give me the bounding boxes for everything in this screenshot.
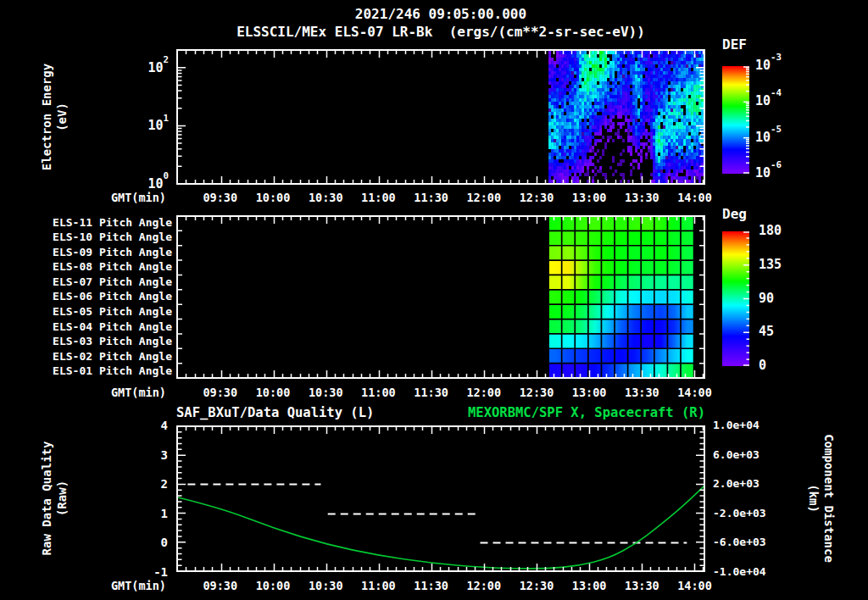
pitch-row-label: ELS-01 Pitch Angle bbox=[53, 365, 172, 377]
distance-tick-label: 6.0e+03 bbox=[713, 449, 760, 461]
energy-tick-label: 102 bbox=[147, 58, 169, 75]
time-tick-label: 09:30 bbox=[200, 580, 241, 592]
pitch-row-label: ELS-11 Pitch Angle bbox=[53, 217, 172, 229]
time-tick-label: 11:30 bbox=[411, 386, 452, 398]
time-tick-label: 12:00 bbox=[464, 386, 504, 398]
time-tick-label: 14:00 bbox=[675, 386, 715, 398]
time-tick-label: 09:30 bbox=[200, 192, 241, 203]
raw-quality-axis-title-line2: (Raw) bbox=[54, 442, 70, 556]
raw-quality-tick-label: 3 bbox=[161, 448, 168, 461]
time-tick-label: 13:30 bbox=[621, 580, 662, 592]
raw-quality-axis-title-line1: Raw Data Quality bbox=[40, 442, 55, 556]
gmt-label-top: GMT(min) bbox=[85, 192, 166, 203]
time-tick-label: 12:30 bbox=[516, 580, 557, 592]
time-tick-label: 10:00 bbox=[253, 386, 293, 398]
time-tick-label: 10:30 bbox=[305, 192, 346, 203]
time-tick-label: 12:00 bbox=[464, 192, 504, 203]
time-tick-label: 13:00 bbox=[569, 580, 609, 592]
time-tick-label: 11:00 bbox=[358, 386, 398, 398]
raw-quality-tick-label: 1 bbox=[161, 507, 168, 519]
distance-tick-label: -1.0e+04 bbox=[713, 566, 766, 578]
def-colorbar-tick-label: 10-4 bbox=[755, 92, 782, 108]
energy-tick-label: 100 bbox=[147, 175, 169, 192]
gmt-label-bottom: GMT(min) bbox=[85, 580, 166, 592]
time-tick-label: 11:00 bbox=[358, 192, 398, 203]
time-tick-label: 11:00 bbox=[358, 580, 398, 592]
raw-quality-tick-label: -1 bbox=[153, 566, 168, 579]
time-tick-label: 10:00 bbox=[253, 192, 293, 203]
pitch-row-label: ELS-09 Pitch Angle bbox=[53, 247, 172, 258]
pitch-row-label: ELS-05 Pitch Angle bbox=[53, 306, 172, 318]
distance-tick-label: 2.0e+03 bbox=[713, 478, 760, 490]
deg-colorbar-tick-label: 90 bbox=[759, 292, 774, 306]
bottom-left-series-title: SAF_BXuT/Data Quality (L) bbox=[176, 406, 374, 419]
quality-distance-plot-canvas bbox=[176, 425, 705, 572]
def-colorbar-tick-label: 10-6 bbox=[755, 164, 782, 181]
energy-axis-title-line1: Electron Energy bbox=[40, 64, 55, 170]
science-plot-page: 2021/246 09:05:00.000 ELSSCIL/MEx ELS-07… bbox=[0, 0, 868, 600]
time-tick-label: 14:00 bbox=[675, 580, 715, 592]
distance-tick-label: -2.0e+03 bbox=[713, 508, 766, 519]
distance-tick-label: -6.0e+03 bbox=[713, 537, 766, 549]
bottom-right-series-title: MEXORBMC/SPF X, Spacecraft (R) bbox=[468, 406, 705, 419]
gmt-label-middle: GMT(min) bbox=[85, 386, 166, 398]
component-distance-axis-title-line2: (km) bbox=[806, 434, 821, 563]
pitch-row-label: ELS-03 Pitch Angle bbox=[53, 336, 172, 347]
pitch-angle-grid-canvas bbox=[176, 215, 705, 379]
time-tick-label: 12:30 bbox=[516, 386, 557, 398]
time-tick-label: 14:00 bbox=[675, 192, 715, 203]
energy-tick-label: 101 bbox=[147, 117, 169, 133]
time-tick-label: 11:30 bbox=[411, 580, 452, 592]
raw-quality-tick-label: 4 bbox=[161, 419, 168, 432]
deg-colorbar-tick-label: 0 bbox=[759, 359, 766, 373]
time-tick-label: 09:30 bbox=[200, 386, 241, 398]
raw-quality-tick-label: 0 bbox=[161, 536, 168, 549]
time-tick-label: 12:30 bbox=[516, 192, 557, 203]
time-tick-label: 13:00 bbox=[569, 192, 609, 203]
time-tick-label: 10:30 bbox=[305, 386, 346, 398]
def-colorbar-tick-label: 10-5 bbox=[755, 128, 782, 144]
energy-axis-title-line2: (eV) bbox=[54, 64, 70, 170]
raw-quality-tick-label: 2 bbox=[161, 478, 168, 491]
deg-colorbar bbox=[722, 231, 749, 366]
distance-tick-label: 1.0e+04 bbox=[713, 419, 760, 431]
energy-spectrogram-canvas bbox=[176, 49, 705, 185]
pitch-row-label: ELS-08 Pitch Angle bbox=[53, 262, 172, 274]
time-tick-label: 10:00 bbox=[253, 580, 293, 592]
pitch-row-label: ELS-07 Pitch Angle bbox=[53, 276, 172, 288]
deg-colorbar-tick-label: 45 bbox=[759, 325, 774, 339]
def-colorbar-tick-label: 10-3 bbox=[755, 57, 782, 73]
deg-colorbar-tick-label: 180 bbox=[759, 225, 782, 238]
time-tick-label: 11:30 bbox=[411, 192, 452, 203]
time-tick-label: 12:00 bbox=[464, 580, 504, 592]
pitch-row-label: ELS-06 Pitch Angle bbox=[53, 292, 172, 303]
def-colorbar bbox=[722, 66, 749, 174]
deg-colorbar-title: Deg bbox=[722, 208, 747, 222]
time-tick-label: 13:30 bbox=[621, 192, 662, 203]
pitch-row-label: ELS-04 Pitch Angle bbox=[53, 321, 172, 333]
time-tick-label: 10:30 bbox=[305, 580, 346, 592]
pitch-row-label: ELS-10 Pitch Angle bbox=[53, 231, 172, 243]
page-datetime-title: 2021/246 09:05:00.000 bbox=[176, 8, 705, 22]
component-distance-axis-title-line1: Component Distance bbox=[821, 434, 836, 563]
spectrogram-title: ELSSCIL/MEx ELS-07 LR-Bk (ergs/(cm**2-sr… bbox=[176, 25, 705, 40]
time-tick-label: 13:00 bbox=[569, 386, 609, 398]
pitch-row-label: ELS-02 Pitch Angle bbox=[53, 351, 172, 363]
def-colorbar-title: DEF bbox=[722, 38, 747, 53]
time-tick-label: 13:30 bbox=[621, 386, 662, 398]
deg-colorbar-tick-label: 135 bbox=[759, 258, 782, 272]
